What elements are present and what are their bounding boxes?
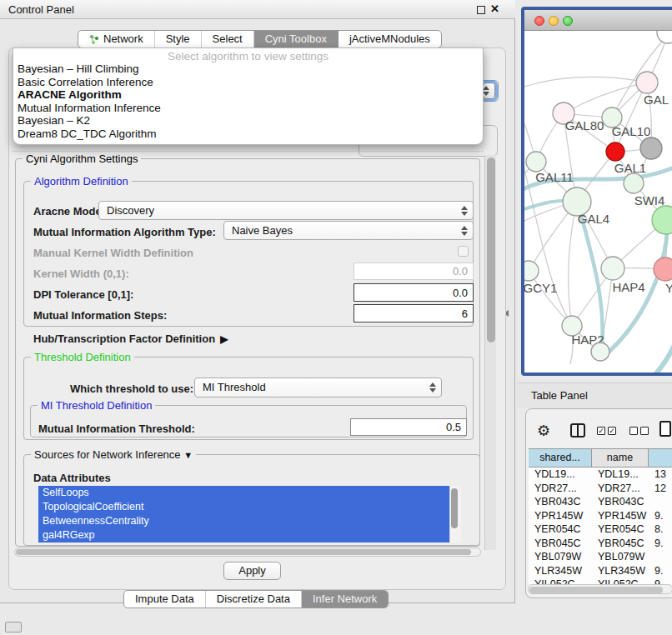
network-node-swi4[interactable]	[624, 173, 644, 193]
sources-expander[interactable]: Sources for Network Inference ▼	[31, 448, 196, 462]
dpi-tolerance-label: DPI Tolerance [0,1]:	[33, 288, 133, 301]
unchecked-checkbox-icon[interactable]	[640, 427, 649, 435]
dpi-tolerance-input[interactable]	[354, 283, 474, 302]
table-row[interactable]: YBR043CYBR043C	[529, 495, 672, 509]
network-node[interactable]	[591, 342, 609, 361]
algorithm-option-dream8-dc-tdc-algorithm[interactable]: Dream8 DC_TDC Algorithm	[13, 128, 483, 141]
mi-threshold-input[interactable]	[350, 418, 467, 436]
settings-hscrollbar[interactable]	[14, 548, 481, 557]
network-node-y[interactable]	[654, 258, 672, 281]
column-header-name[interactable]: name	[592, 449, 649, 467]
algorithm-option-mutual-information-inference[interactable]: Mutual Information Inference	[13, 102, 483, 115]
table-cell: YBL079W	[529, 550, 592, 564]
algorithm-option-bayesian-hill-climbing[interactable]: Bayesian – Hill Climbing	[13, 62, 483, 76]
network-node-hap4[interactable]	[601, 257, 624, 280]
tab-infer-network[interactable]: Infer Network	[302, 591, 388, 608]
expander-right-icon: ▶	[220, 333, 228, 345]
apply-button[interactable]: Apply	[223, 562, 281, 580]
gear-icon[interactable]: ⚙	[537, 422, 550, 440]
algorithm-dropdown-popup: Select algorithm to view settings Bayesi…	[13, 48, 484, 145]
tab-jactivemnodules[interactable]: jActiveMNodules	[339, 31, 441, 48]
aracne-mode-select[interactable]: Discovery	[98, 201, 474, 220]
combo-stepper-focused[interactable]	[483, 82, 495, 99]
network-node-gal[interactable]	[636, 72, 658, 93]
unchecked-checkbox-icon[interactable]	[629, 427, 638, 435]
table-row[interactable]: YBR045CYBR045C9.	[529, 537, 672, 551]
table-row[interactable]: YPR145WYPR145W9.	[529, 509, 672, 523]
table-cell: YER054C	[592, 522, 649, 537]
table-cell: YPR145W	[529, 509, 592, 523]
network-edge	[649, 329, 672, 372]
algorithm-option-bayesian-k2[interactable]: Bayesian – K2	[13, 114, 483, 128]
attribute-item-betweennesscentrality[interactable]: BetweennessCentrality	[38, 514, 461, 528]
tab-label: Cyni Toolbox	[265, 31, 327, 48]
table-hscrollbar[interactable]	[528, 584, 672, 594]
mi-algorithm-type-label: Mutual Information Algorithm Type:	[33, 226, 216, 238]
tab-label: Discretize Data	[217, 591, 290, 608]
float-window-icon[interactable]	[477, 6, 485, 14]
document-icon[interactable]	[659, 421, 671, 437]
minimize-traffic-light[interactable]	[549, 16, 559, 26]
list-scrollbar[interactable]	[449, 486, 461, 542]
mi-steps-input[interactable]	[354, 304, 474, 322]
tab-label: Infer Network	[313, 591, 377, 608]
attribute-item-selfloops[interactable]: SelfLoops	[38, 486, 461, 500]
kernel-width-input[interactable]	[354, 262, 474, 280]
split-columns-icon[interactable]	[570, 423, 585, 438]
tab-style[interactable]: Style	[155, 31, 202, 48]
table-cell: YPR145W	[592, 509, 649, 523]
table-cell	[649, 550, 672, 564]
stepper-arrows-icon	[461, 206, 469, 216]
tab-select[interactable]: Select	[202, 31, 254, 48]
settings-vscrollbar-thumb[interactable]	[487, 158, 495, 342]
control-panel-title: Control Panel	[8, 0, 74, 19]
settings-vscrollbar[interactable]	[484, 155, 496, 550]
list-scrollbar-thumb[interactable]	[451, 488, 458, 528]
column-header-shared[interactable]: shared...	[529, 449, 592, 467]
tab-discretize-data[interactable]: Discretize Data	[206, 591, 302, 608]
table-row[interactable]: YIL052CYIL052C9.	[529, 578, 672, 584]
column-header-extra[interactable]	[649, 449, 672, 467]
node-label-gal: GAL	[644, 92, 669, 107]
close-traffic-light[interactable]	[534, 16, 544, 26]
zoom-traffic-light[interactable]	[563, 16, 573, 26]
mi-algorithm-type-select[interactable]: Naive Bayes	[223, 221, 474, 240]
table-hscrollbar-thumb[interactable]	[529, 587, 663, 593]
table-row[interactable]: YDR27...YDR27...12	[529, 482, 672, 496]
stepper-arrows-icon	[461, 226, 469, 236]
hub-expander[interactable]: Hub/Transcription Factor Definition▶	[33, 332, 228, 345]
aracne-mode-label: Aracne Mode:	[33, 205, 105, 218]
kernel-width-label: Kernel Width (0,1):	[33, 268, 129, 280]
checked-checkbox-icon[interactable]: ✓	[597, 427, 605, 435]
table-row[interactable]: YBL079WYBL079W	[529, 550, 672, 564]
attribute-item-topologicalcoefficient[interactable]: TopologicalCoefficient	[38, 500, 461, 514]
manual-kernel-width-checkbox[interactable]	[458, 246, 469, 257]
which-threshold-select[interactable]: MI Threshold	[194, 378, 442, 398]
tab-label: jActiveMNodules	[349, 31, 430, 48]
collapsed-panel-button[interactable]	[5, 622, 22, 632]
table-row[interactable]: YLR345WYLR345W9.	[529, 564, 672, 578]
table-row[interactable]: YER054CYER054C8.	[529, 522, 672, 537]
network-node-gal11[interactable]	[526, 152, 546, 172]
checked-checkbox-icon[interactable]: ✓	[608, 427, 616, 435]
network-node[interactable]	[640, 138, 662, 159]
stepper-arrows-icon	[429, 382, 437, 392]
tab-network[interactable]: Network	[78, 31, 155, 48]
attribute-item-gal4rgexp[interactable]: gal4RGexp	[38, 528, 461, 542]
tab-cyni-toolbox[interactable]: Cyni Toolbox	[254, 31, 339, 48]
network-canvas[interactable]: GALGAL80GAL10GAL1GAL11SWI4GAL4GCY1HAP4YH…	[524, 31, 672, 372]
close-icon[interactable]: ✕	[490, 2, 499, 15]
hub-expander-label: Hub/Transcription Factor Definition	[33, 332, 215, 345]
table-header-row: shared...name	[529, 448, 672, 468]
algorithm-option-basic-correlation-inference[interactable]: Basic Correlation Inference	[13, 76, 483, 89]
table-row[interactable]: YDL19...YDL19...13	[529, 468, 672, 482]
data-attributes-list[interactable]: SelfLoopsTopologicalCoefficientBetweenne…	[38, 486, 461, 542]
network-node[interactable]	[657, 31, 672, 43]
network-node-gcy1[interactable]	[524, 261, 539, 281]
tab-impute-data[interactable]: Impute Data	[124, 591, 206, 608]
algorithm-dropdown-placeholder: Select algorithm to view settings	[13, 48, 483, 62]
settings-hscrollbar-thumb[interactable]	[16, 549, 471, 555]
tab-label: Network	[103, 31, 143, 48]
algorithm-option-aracne-algorithm[interactable]: ARACNE Algorithm	[13, 88, 483, 102]
network-node-gal1[interactable]	[606, 142, 624, 161]
